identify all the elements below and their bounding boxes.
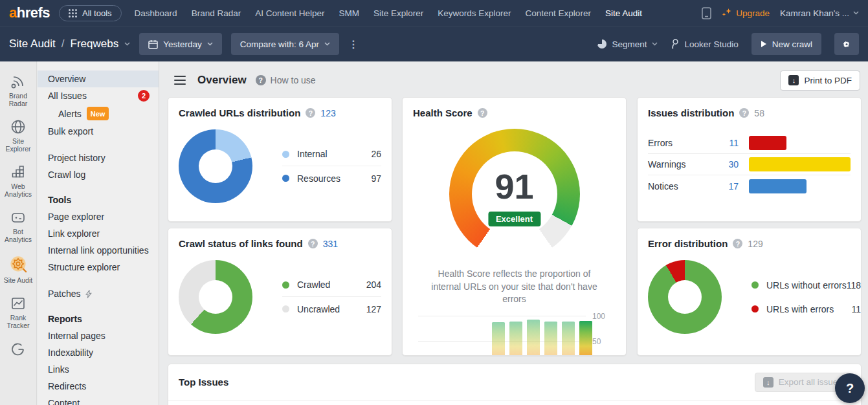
help-circle-icon[interactable] [739, 108, 749, 118]
segment-dropdown[interactable]: Segment [597, 39, 658, 49]
warnings-bar [749, 157, 851, 171]
legend-row: URLs with errors 11 [751, 297, 861, 321]
crawled-urls-card: Crawled URLs distribution 123 Internal 2… [168, 97, 392, 222]
issues-row: Notices 17 [648, 175, 851, 197]
rail-item-web-analytics[interactable]: Web Analytics [0, 164, 36, 198]
new-crawl-button[interactable]: New crawl [751, 33, 821, 55]
legend-row: Uncrawled 127 [282, 297, 381, 321]
topnav-item-keywords-explorer[interactable]: Keywords Explorer [438, 8, 511, 18]
sidebar-item-all-issues[interactable]: All Issues2 [38, 87, 159, 104]
help-circle-icon [256, 75, 266, 85]
breadcrumb-section: Site Audit [9, 38, 56, 50]
trend-bar [509, 322, 522, 356]
legend: Crawled 204 Uncrawled 127 [282, 273, 381, 321]
rail-item-site-explorer[interactable]: Site Explorer [0, 118, 36, 153]
topnav-item-smm[interactable]: SMM [339, 8, 359, 18]
issues-row: Warnings 30 [648, 154, 851, 175]
all-tools-button[interactable]: All tools [59, 5, 122, 21]
sidebar-item-link-explorer[interactable]: Link explorer [38, 225, 159, 242]
sidebar-item-project-history[interactable]: Project history [38, 149, 159, 166]
date-range-label: Yesterday [163, 39, 202, 49]
links-total-link[interactable]: 331 [323, 239, 338, 249]
sidebar-item-content[interactable]: Content [38, 395, 159, 405]
play-icon [761, 40, 767, 48]
g-icon [9, 340, 27, 358]
bot-icon [10, 209, 27, 226]
issues-row: Errors 11 [648, 133, 851, 154]
sidebar-item-alerts[interactable]: AlertsNew [38, 104, 159, 123]
crawled-total-link[interactable]: 123 [320, 108, 335, 118]
sidebar-item-indexability[interactable]: Indexability [38, 344, 159, 361]
compare-with-label: Compare with: 6 Apr [240, 39, 319, 49]
legend-dot [282, 175, 289, 182]
rank-tracker-icon [10, 295, 27, 312]
sidebar-item-redirects[interactable]: Redirects [38, 378, 159, 395]
legend-row: Resources 97 [282, 166, 381, 190]
device-icon[interactable] [702, 7, 711, 19]
print-to-pdf-button[interactable]: Print to PDF [780, 71, 860, 91]
y-tick: 100 [592, 312, 605, 321]
chevron-down-icon [124, 42, 130, 46]
top-navbar: ahrefs All tools DashboardBrand RadarAI … [0, 0, 868, 26]
steps-chart-icon [10, 164, 27, 181]
error-distribution-donut-chart [648, 260, 722, 334]
topnav-item-dashboard[interactable]: Dashboard [135, 8, 177, 18]
rail-item-rank-tracker[interactable]: Rank Tracker [0, 295, 36, 329]
chevron-down-icon [324, 42, 330, 46]
date-range-button[interactable]: Yesterday [139, 33, 222, 55]
rail-item-brand-radar[interactable]: Brand Radar [0, 73, 36, 107]
health-score-description: Health Score reflects the proportion of … [422, 268, 606, 306]
topnav-item-site-explorer[interactable]: Site Explorer [373, 8, 423, 18]
sidebar-item-links[interactable]: Links [38, 361, 159, 378]
help-circle-icon[interactable] [733, 239, 742, 248]
sidebar-item-internal-link-opportunities[interactable]: Internal link opportunities [38, 242, 159, 259]
topnav-item-brand-radar[interactable]: Brand Radar [192, 8, 241, 18]
topnav-item-content-explorer[interactable]: Content Explorer [526, 8, 591, 18]
legend-dot [282, 305, 289, 312]
topnav-item-ai-content-helper[interactable]: AI Content Helper [255, 8, 324, 18]
settings-button[interactable] [834, 33, 859, 55]
warnings-count-link[interactable]: 30 [713, 159, 739, 170]
segment-label: Segment [612, 39, 647, 49]
ahrefs-logo[interactable]: ahrefs [9, 5, 50, 21]
rail-item-partial[interactable] [0, 340, 36, 358]
topnav-item-site-audit[interactable]: Site Audit [605, 8, 642, 18]
globe-icon [10, 118, 27, 135]
sidebar-item-crawl-log[interactable]: Crawl log [38, 166, 159, 183]
segment-pie-icon [597, 39, 606, 49]
account-menu[interactable]: Kamran Khan's ... [780, 8, 859, 18]
breadcrumb-project[interactable]: Freqwebs [71, 38, 119, 50]
how-to-use-link[interactable]: How to use [256, 75, 316, 85]
trend-bar [527, 320, 540, 356]
rail-item-site-audit[interactable]: Site Audit [0, 255, 36, 284]
more-options-icon[interactable] [348, 38, 359, 50]
gear-icon [843, 39, 850, 50]
help-circle-icon[interactable] [306, 108, 315, 118]
issues-rows: Errors 11 Warnings 30 Notices 17 [648, 133, 851, 197]
sidebar-item-page-explorer[interactable]: Page explorer [38, 208, 159, 225]
compare-with-button[interactable]: Compare with: 6 Apr [231, 33, 339, 55]
sidebar-heading: Reports [38, 312, 159, 326]
help-circle-icon[interactable] [478, 108, 487, 118]
upgrade-link[interactable]: Upgrade [722, 8, 770, 18]
notices-count-link[interactable]: 17 [713, 181, 739, 192]
looker-studio-link[interactable]: Looker Studio [671, 39, 738, 49]
sidebar-item-bulk-export[interactable]: Bulk export [38, 123, 159, 140]
rail-item-bot-analytics[interactable]: Bot Analytics [0, 209, 36, 243]
issues-distribution-card: Issues distribution 58 Errors 11 Warning… [637, 97, 862, 222]
project-toolbar: Site Audit / Freqwebs Yesterday Compare … [0, 26, 868, 61]
sidebar-heading: Tools [38, 193, 159, 207]
grid-icon [69, 9, 77, 17]
sidebar-item-patches[interactable]: Patches [38, 285, 159, 302]
sidebar-item-overview[interactable]: Overview [38, 71, 159, 87]
collapse-sidebar-icon[interactable] [174, 76, 186, 85]
help-circle-icon[interactable] [308, 239, 318, 248]
sidebar-item-internal-pages[interactable]: Internal pages [38, 327, 159, 344]
help-fab-button[interactable]: ? [835, 373, 865, 403]
trend-bar [562, 322, 575, 356]
new-crawl-label: New crawl [772, 39, 812, 49]
breadcrumb[interactable]: Site Audit / Freqwebs [9, 38, 130, 50]
errors-bar [749, 136, 786, 150]
errors-count-link[interactable]: 11 [713, 138, 739, 148]
sidebar-item-structure-explorer[interactable]: Structure explorer [38, 259, 159, 276]
